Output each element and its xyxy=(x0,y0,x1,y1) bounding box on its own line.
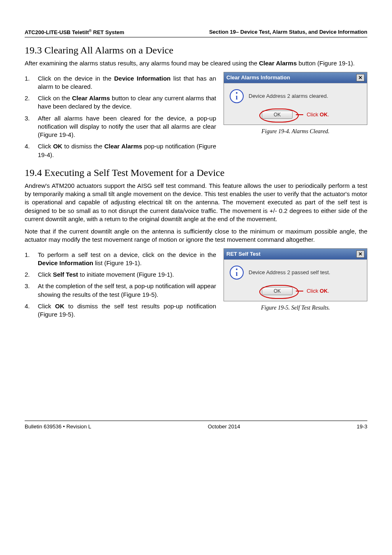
step-number: 2. xyxy=(25,271,33,279)
list-item: 4. Click OK to dismiss the Clear Alarms … xyxy=(25,142,216,159)
list-item: 2. Click on the Clear Alarms button to c… xyxy=(25,94,216,111)
step-text: Click xyxy=(38,303,55,310)
figure-19-5-caption: Figure 19-5. Self Test Results. xyxy=(224,305,367,311)
list-item: 3. After all alarms have been cleared fo… xyxy=(25,114,216,139)
section-19-3-steps: 1. Click on the device in the Device Inf… xyxy=(25,74,216,159)
intro-text-a: After examining the alarms status result… xyxy=(25,60,259,67)
list-item: 4. Click OK to dismiss the self test res… xyxy=(25,302,216,319)
dialog-title-text: Clear Alarms Information xyxy=(226,74,290,81)
info-icon: ı xyxy=(230,266,244,280)
step-text: After all alarms have been cleared for t… xyxy=(38,114,216,139)
step-text: list (Figure 19-1). xyxy=(93,259,142,266)
ret-self-test-dialog: RET Self Test ✕ ı Device Address 2 passe… xyxy=(224,248,367,301)
info-glyph: ı xyxy=(235,269,238,278)
step-bold: Clear Alarms xyxy=(72,95,110,102)
ok-button[interactable]: OK xyxy=(262,287,293,295)
list-item: 3. At the completion of the self test, a… xyxy=(25,282,216,299)
step-number: 4. xyxy=(25,302,33,319)
step-number: 4. xyxy=(25,142,33,159)
section-19-4-para1: Andrew's ATM200 actuators support the AI… xyxy=(25,182,367,223)
dialog-title-text: RET Self Test xyxy=(226,251,261,257)
step-text: At the completion of the self test, a po… xyxy=(38,282,216,299)
step-bold: Device Information xyxy=(114,75,171,82)
step-text: Click on the xyxy=(38,95,72,102)
close-icon[interactable]: ✕ xyxy=(356,74,364,81)
step-text: to dismiss the xyxy=(62,143,104,150)
callout-text: . xyxy=(328,111,330,118)
step-bold: OK xyxy=(55,303,65,310)
step-bold: Clear Alarms xyxy=(104,143,142,150)
step-bold: Self Test xyxy=(53,271,78,278)
callout-label: Click OK. xyxy=(307,288,329,294)
step-bold: Device Information xyxy=(38,259,93,266)
callout-bold: OK xyxy=(320,288,328,294)
footer-left: Bulletin 639536 • Revision L xyxy=(25,423,91,430)
step-number: 2. xyxy=(25,94,33,111)
info-icon: ı xyxy=(230,89,244,103)
callout-text: Click xyxy=(307,111,320,118)
step-text: Click xyxy=(38,271,53,278)
header-right: Section 19– Device Test, Alarm Status, a… xyxy=(209,29,367,35)
callout-line xyxy=(296,114,303,115)
header-left-prefix: ATC200-LITE-USB Teletilt xyxy=(25,29,89,35)
footer-center: October 2014 xyxy=(208,423,240,430)
step-text: To perform a self test on a device, clic… xyxy=(38,251,216,258)
dialog-titlebar: RET Self Test ✕ xyxy=(224,249,367,259)
step-text: Click on the device in the xyxy=(38,75,114,82)
list-item: 1. Click on the device in the Device Inf… xyxy=(25,74,216,91)
intro-bold: Clear Alarms xyxy=(259,60,297,67)
close-icon[interactable]: ✕ xyxy=(356,250,364,258)
dialog-titlebar: Clear Alarms Information ✕ xyxy=(224,72,367,83)
step-bold: OK xyxy=(53,143,62,150)
step-text: to initiate movement (Figure 19-1). xyxy=(78,271,174,278)
intro-text-c: button (Figure 19-1). xyxy=(297,60,355,67)
callout-text: Click xyxy=(307,288,320,294)
header-left-suffix: RET System xyxy=(92,29,124,35)
step-text: Click xyxy=(38,143,53,150)
callout-text: . xyxy=(328,288,330,294)
section-19-4-steps: 1. To perform a self test on a device, c… xyxy=(25,251,216,319)
step-number: 1. xyxy=(25,74,33,91)
callout-bold: OK xyxy=(320,111,328,118)
figure-19-4-caption: Figure 19-4. Alarms Cleared. xyxy=(224,128,367,135)
footer-right: 19-3 xyxy=(357,423,367,430)
page-header: ATC200-LITE-USB Teletilt® RET System Sec… xyxy=(25,29,367,37)
section-19-3-heading: 19.3 Clearing All Alarms on a Device xyxy=(25,45,367,56)
header-left: ATC200-LITE-USB Teletilt® RET System xyxy=(25,29,124,35)
step-text: to dismiss the self test results pop-up … xyxy=(38,303,216,318)
registered-mark: ® xyxy=(89,29,92,33)
list-item: 2. Click Self Test to initiate movement … xyxy=(25,271,216,279)
dialog-message: Device Address 2 passed self test. xyxy=(249,269,330,275)
info-glyph: ı xyxy=(235,93,238,102)
page-footer: Bulletin 639536 • Revision L October 201… xyxy=(25,421,367,430)
list-item: 1. To perform a self test on a device, c… xyxy=(25,251,216,268)
step-number: 3. xyxy=(25,282,33,299)
section-19-4-heading: 19.4 Executing a Self Test Movement for … xyxy=(25,167,367,178)
callout-label: Click OK. xyxy=(307,111,329,118)
callout-line xyxy=(296,291,303,291)
section-19-3-intro: After examining the alarms status result… xyxy=(25,59,367,67)
clear-alarms-dialog: Clear Alarms Information ✕ ı Device Addr… xyxy=(224,72,367,125)
step-number: 3. xyxy=(25,114,33,139)
ok-button[interactable]: OK xyxy=(262,111,293,119)
dialog-message: Device Address 2 alarms cleared. xyxy=(249,93,328,99)
step-number: 1. xyxy=(25,251,33,268)
section-19-4-para2: Note that if the current downtilt angle … xyxy=(25,227,367,244)
